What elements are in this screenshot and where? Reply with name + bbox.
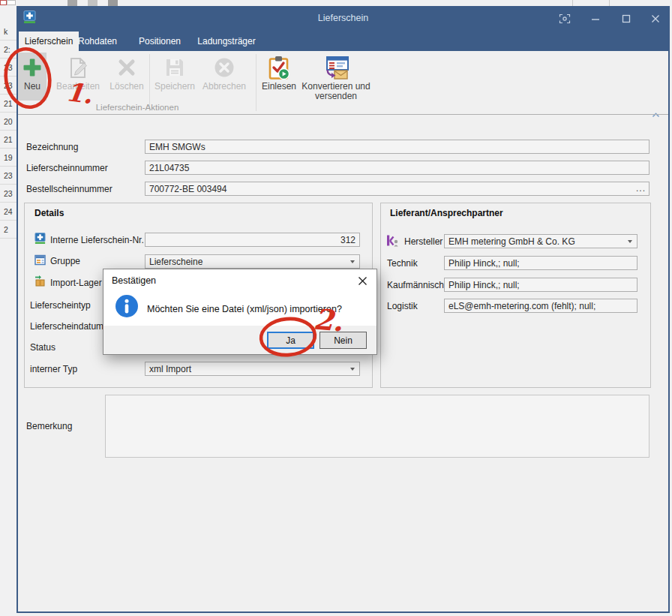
speichern-label: Speichern bbox=[154, 82, 195, 92]
background-row-number: 21 bbox=[0, 95, 16, 113]
bearbeiten-label: Bearbeiten bbox=[56, 82, 100, 92]
kaufmaennisch-input[interactable]: Philip Hinck,; null; bbox=[444, 278, 638, 292]
cancel-circle-icon bbox=[214, 54, 235, 81]
details-title: Details bbox=[34, 208, 64, 218]
plus-icon bbox=[22, 54, 42, 81]
close-icon bbox=[358, 276, 368, 286]
dialog-title: Bestätigen bbox=[112, 275, 156, 286]
konvertieren-label: Konvertieren und versenden bbox=[302, 82, 370, 101]
background-grid-cell bbox=[0, 0, 7, 5]
close-button[interactable] bbox=[646, 11, 665, 26]
tab-lieferschein[interactable]: Lieferschein bbox=[19, 32, 79, 52]
browse-ellipsis-button[interactable]: ... bbox=[636, 182, 646, 194]
abbrechen-button[interactable]: Abbrechen bbox=[198, 53, 250, 92]
capture-button[interactable] bbox=[555, 11, 574, 26]
technik-label: Technik bbox=[387, 258, 418, 269]
nein-button[interactable]: Nein bbox=[320, 332, 367, 349]
bemerkung-textarea[interactable] bbox=[105, 395, 650, 458]
neu-label: Neu bbox=[24, 82, 40, 92]
kaufmaennisch-label: Kaufmännisch bbox=[387, 280, 444, 290]
background-row-number: 19 bbox=[0, 149, 16, 167]
confirm-dialog: Bestätigen Möchten Sie eine Datei (xml/j… bbox=[103, 269, 377, 355]
hersteller-dropdown[interactable]: EMH metering GmbH & Co. KG bbox=[444, 234, 638, 248]
neu-button[interactable]: Neu bbox=[18, 53, 46, 101]
ja-button[interactable]: Ja bbox=[267, 332, 314, 349]
background-row-number: 23 bbox=[0, 185, 16, 203]
lieferscheinnummer-label: Lieferscheinnummer bbox=[26, 163, 108, 173]
background-fragment bbox=[108, 0, 118, 6]
background-grid-cell bbox=[7, 0, 16, 5]
interne-nr-label: Interne Lieferschein-Nr. bbox=[50, 235, 144, 245]
background-row-number: 2: bbox=[0, 41, 16, 59]
manufacturer-icon bbox=[386, 234, 399, 250]
background-row-number: 2 bbox=[0, 221, 16, 239]
loeschen-label: Löschen bbox=[110, 82, 143, 92]
import-lager-label: Import-Lager bbox=[50, 278, 102, 288]
close-icon bbox=[651, 14, 660, 23]
interner-typ-dropdown[interactable]: xml Import bbox=[145, 362, 360, 376]
bestellscheinnummer-value: 700772-BE 003494 bbox=[149, 184, 226, 194]
background-fragment bbox=[88, 0, 98, 6]
dialog-close-button[interactable] bbox=[356, 274, 369, 287]
background-row-number: k bbox=[0, 23, 16, 41]
background-fragment bbox=[68, 0, 77, 6]
minimize-icon bbox=[591, 14, 600, 23]
tab-ladungstraeger[interactable]: Ladungsträger bbox=[189, 32, 264, 51]
status-label: Status bbox=[30, 342, 56, 353]
minimize-button[interactable] bbox=[586, 11, 605, 26]
interne-nr-input[interactable]: 312 bbox=[145, 233, 360, 247]
capture-icon bbox=[559, 14, 571, 24]
loeschen-button[interactable]: Löschen bbox=[106, 53, 147, 92]
konvertieren-button[interactable]: Konvertieren und versenden bbox=[302, 53, 370, 101]
tab-positionen[interactable]: Positionen bbox=[132, 32, 188, 51]
background-row-number: 24 bbox=[0, 203, 16, 221]
maximize-button[interactable] bbox=[616, 11, 636, 26]
gruppe-dropdown[interactable]: Lieferscheine bbox=[145, 254, 360, 269]
bezeichnung-input[interactable]: EMH SMGWs bbox=[145, 140, 650, 154]
bestellscheinnummer-label: Bestellscheinnummer bbox=[26, 184, 112, 194]
einlesen-label: Einlesen bbox=[262, 82, 296, 92]
plus-app-icon bbox=[34, 233, 46, 247]
bearbeiten-button[interactable]: Bearbeiten bbox=[50, 53, 106, 92]
maximize-icon bbox=[622, 14, 631, 23]
interner-typ-label: interner Typ bbox=[30, 364, 77, 374]
lieferscheinnummer-input[interactable]: 21L04735 bbox=[145, 161, 650, 175]
screen: k 2: 23 23 21 20 21 19 23 23 24 2 Liefer… bbox=[0, 0, 672, 616]
info-icon bbox=[115, 294, 139, 321]
background-row-number: 21 bbox=[0, 131, 16, 149]
background-row-number: 23 bbox=[0, 167, 16, 185]
logistik-input[interactable]: eLS@emh-metering.com (fehlt); null; bbox=[444, 299, 638, 313]
hersteller-label: Hersteller bbox=[404, 236, 442, 247]
save-floppy-icon bbox=[164, 54, 185, 81]
gruppe-label: Gruppe bbox=[50, 256, 80, 266]
background-row-numbers: k 2: 23 23 21 20 21 19 23 23 24 2 bbox=[0, 23, 16, 239]
background-row-number: 23 bbox=[0, 59, 16, 77]
logistik-label: Logistik bbox=[387, 301, 418, 311]
tab-rohdaten[interactable]: Rohdaten bbox=[72, 32, 123, 51]
bemerkung-label: Bemerkung bbox=[26, 421, 72, 431]
technik-input[interactable]: Philip Hinck,; null; bbox=[444, 256, 638, 270]
lieferscheintyp-label: Lieferscheintyp bbox=[30, 300, 91, 311]
abbrechen-label: Abbrechen bbox=[202, 82, 246, 92]
ribbon-divider bbox=[18, 114, 668, 115]
background-row-number: 23 bbox=[0, 77, 16, 95]
lieferscheindatum-label: Lieferscheindatum bbox=[30, 321, 104, 332]
import-warehouse-icon bbox=[34, 275, 46, 290]
supplier-groupbox bbox=[380, 203, 651, 388]
ribbon-group-label: Lieferschein-Aktionen bbox=[18, 103, 256, 112]
clipboard-check-icon bbox=[268, 54, 290, 81]
group-table-icon bbox=[34, 254, 46, 269]
delete-x-icon bbox=[117, 54, 136, 81]
einlesen-button[interactable]: Einlesen bbox=[259, 53, 299, 92]
supplier-title: Lieferant/Ansprechpartner bbox=[390, 208, 503, 218]
speichern-button[interactable]: Speichern bbox=[152, 53, 197, 92]
dialog-message: Möchten Sie eine Datei (xml/json) import… bbox=[147, 304, 342, 314]
edit-document-icon bbox=[67, 54, 89, 81]
background-fragment bbox=[609, 0, 610, 6]
background-fragment bbox=[572, 0, 573, 6]
convert-send-icon bbox=[323, 54, 349, 81]
bezeichnung-label: Bezeichnung bbox=[26, 142, 78, 152]
background-row-number: 20 bbox=[0, 113, 16, 131]
bestellscheinnummer-input[interactable]: 700772-BE 003494 ... bbox=[145, 182, 650, 196]
